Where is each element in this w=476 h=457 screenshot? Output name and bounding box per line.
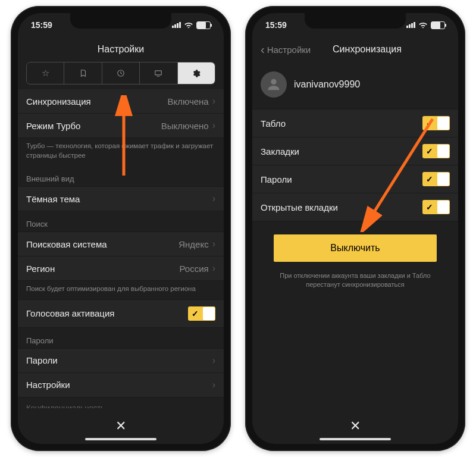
chevron-right-icon: › xyxy=(212,263,215,274)
row-label: Настройки xyxy=(26,380,70,390)
page-title: Синхронизация xyxy=(333,44,402,55)
wifi-icon xyxy=(184,21,193,30)
toggle-bookmarks[interactable]: ✓ xyxy=(422,144,450,158)
toggle-passwords[interactable]: ✓ xyxy=(422,172,450,186)
tab-favorites[interactable]: ☆ xyxy=(27,62,64,84)
turbo-desc: Турбо — технология, которая сжимает траф… xyxy=(18,138,224,166)
toggle-tableau[interactable]: ✓ xyxy=(422,116,450,130)
tab-devices[interactable] xyxy=(140,62,177,84)
button-label: Выключить xyxy=(330,243,380,253)
disable-note: При отключении аккаунта ваши закладки и … xyxy=(270,271,440,290)
row-settings[interactable]: Настройки › xyxy=(18,373,224,397)
home-indicator xyxy=(320,438,391,440)
row-turbo[interactable]: Режим Турбо Выключено› xyxy=(18,113,224,138)
content: ivanivanov9990 Табло ✓ Закладки ✓ Пароли… xyxy=(252,62,458,408)
section-appearance: Внешний вид xyxy=(18,166,224,187)
disable-button[interactable]: Выключить xyxy=(274,234,437,262)
row-value: Выключено xyxy=(161,121,209,131)
row-label: Режим Турбо xyxy=(26,121,80,131)
close-icon[interactable]: ✕ xyxy=(115,418,126,434)
row-sync[interactable]: Синхронизация Включена› xyxy=(18,89,224,114)
segmented-control: ☆ xyxy=(26,62,215,84)
user-row[interactable]: ivanivanov9990 xyxy=(252,62,458,109)
page-title: Настройки xyxy=(98,44,144,55)
check-icon: ✓ xyxy=(426,118,433,128)
row-bookmarks: Закладки ✓ xyxy=(252,137,458,165)
row-passwords[interactable]: Пароли › xyxy=(18,348,224,373)
chevron-right-icon: › xyxy=(212,120,215,131)
battery-icon xyxy=(196,21,211,29)
tab-history[interactable] xyxy=(102,62,140,84)
signal-icon xyxy=(172,22,181,28)
row-tableau: Табло ✓ xyxy=(252,109,458,137)
toggle-voice[interactable]: ✓ xyxy=(188,306,215,321)
phone-right: 15:59 ‹ Настройки Синхронизация ivaniva xyxy=(245,6,465,451)
chevron-right-icon: › xyxy=(212,96,215,107)
back-label: Настройки xyxy=(267,45,311,55)
row-value: Яндекс xyxy=(178,239,208,249)
tab-settings[interactable] xyxy=(178,62,215,84)
status-time: 15:59 xyxy=(265,20,287,30)
phone-left: 15:59 Настройки ☆ xyxy=(11,6,231,451)
avatar xyxy=(261,71,287,98)
row-value: Включена xyxy=(167,96,208,107)
row-label: Синхронизация xyxy=(26,96,91,107)
status-time: 15:59 xyxy=(31,20,52,30)
row-voice-activation[interactable]: Голосовая активация ✓ xyxy=(18,299,224,328)
check-icon: ✓ xyxy=(192,309,199,318)
check-icon: ✓ xyxy=(426,202,433,212)
battery-icon xyxy=(431,21,445,29)
notch xyxy=(70,13,171,29)
notch xyxy=(305,13,406,29)
section-search: Поиск xyxy=(18,211,224,232)
content: Синхронизация Включена› Режим Турбо Выкл… xyxy=(18,89,224,408)
section-passwords: Пароли xyxy=(18,328,224,349)
check-icon: ✓ xyxy=(426,174,433,184)
toggle-open-tabs[interactable]: ✓ xyxy=(422,200,450,214)
chevron-left-icon: ‹ xyxy=(261,43,265,57)
row-label: Регион xyxy=(26,264,55,274)
navbar: Настройки xyxy=(18,37,224,62)
chevron-right-icon: › xyxy=(212,355,215,366)
row-search-engine[interactable]: Поисковая система Яндекс› xyxy=(18,231,224,256)
row-value: Россия xyxy=(179,264,208,274)
navbar: ‹ Настройки Синхронизация xyxy=(252,37,458,62)
row-label: Открытые вкладки xyxy=(261,202,338,212)
chevron-right-icon: › xyxy=(212,193,215,204)
bottom-bar: ✕ xyxy=(252,408,458,444)
row-label: Пароли xyxy=(26,355,58,365)
row-passwords: Пароли ✓ xyxy=(252,165,458,193)
row-label: Голосовая активация xyxy=(26,308,114,318)
chevron-right-icon: › xyxy=(212,380,215,390)
row-dark-theme[interactable]: Тёмная тема › xyxy=(18,186,224,211)
signal-icon xyxy=(406,22,415,28)
tab-bookmarks[interactable] xyxy=(64,62,102,84)
row-label: Пароли xyxy=(261,174,292,184)
section-privacy: Конфиденциальность xyxy=(18,397,224,408)
row-label: Закладки xyxy=(261,146,299,156)
home-indicator xyxy=(85,438,156,440)
row-region[interactable]: Регион Россия› xyxy=(18,256,224,281)
close-icon[interactable]: ✕ xyxy=(350,418,361,434)
region-desc: Поиск будет оптимизирован для выбранного… xyxy=(18,281,224,300)
check-icon: ✓ xyxy=(426,146,433,156)
username: ivanivanov9990 xyxy=(294,79,360,90)
wifi-icon xyxy=(418,21,428,30)
back-button[interactable]: ‹ Настройки xyxy=(261,37,311,62)
row-label: Поисковая система xyxy=(26,239,107,249)
chevron-right-icon: › xyxy=(212,239,215,249)
bottom-bar: ✕ xyxy=(18,408,224,444)
row-label: Табло xyxy=(261,118,286,129)
svg-rect-1 xyxy=(155,71,162,75)
row-label: Тёмная тема xyxy=(26,194,80,204)
row-open-tabs: Открытые вкладки ✓ xyxy=(252,193,458,221)
